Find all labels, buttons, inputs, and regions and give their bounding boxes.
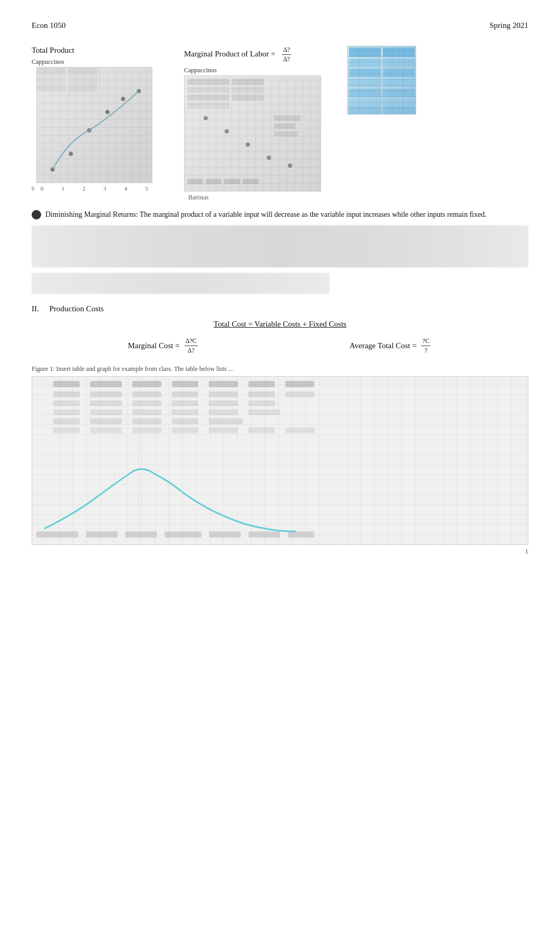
svg-rect-8 (37, 76, 66, 83)
svg-rect-52 (288, 531, 314, 538)
blurred-content-row-2 (32, 273, 330, 294)
atc-fraction: ?C ? (421, 337, 430, 355)
svg-rect-48 (125, 531, 157, 538)
formula-table-svg (348, 46, 416, 114)
marginal-cost-label: Marginal Cost = (128, 341, 180, 350)
svg-rect-28 (206, 179, 221, 184)
svg-rect-27 (187, 179, 203, 184)
svg-rect-13 (232, 79, 264, 85)
svg-rect-43 (349, 107, 381, 114)
big-chart-container: Figure 1: Insert table and graph for exa… (32, 365, 528, 545)
svg-rect-36 (383, 69, 414, 77)
svg-point-0 (51, 167, 55, 171)
svg-point-21 (246, 142, 250, 147)
svg-rect-7 (68, 68, 97, 75)
svg-rect-49 (165, 531, 201, 538)
svg-rect-29 (224, 179, 240, 184)
mc-line: Marginal Cost = Δ?C Δ? (128, 337, 199, 355)
mp-graph-wrapper: Baristas (184, 75, 321, 202)
svg-rect-31 (349, 47, 381, 57)
svg-point-3 (105, 110, 110, 114)
svg-rect-10 (37, 84, 66, 92)
svg-point-20 (225, 129, 229, 133)
atc-line: Average Total Cost = ?C ? (350, 337, 432, 355)
average-total-cost-formula: Average Total Cost = ?C ? (350, 337, 432, 355)
svg-rect-9 (68, 76, 97, 83)
mp-y-label: Cappuccinos (184, 66, 217, 74)
marginal-cost-formula: Marginal Cost = Δ?C Δ? (128, 337, 199, 355)
marginal-product-block: Marginal Product of Labor = Δ? Δ? Cappuc… (184, 46, 321, 202)
svg-rect-38 (383, 79, 414, 87)
big-chart (32, 376, 528, 545)
formulas-row: Marginal Cost = Δ?C Δ? Average Total Cos… (32, 337, 528, 355)
teal-curve-svg (32, 377, 528, 544)
total-cost-formula: Total Cost = Variable Costs + Fixed Cost… (32, 320, 528, 329)
tp-graph-wrapper: 0 1 2 3 4 5 (36, 67, 152, 192)
svg-point-2 (87, 128, 91, 132)
section-title: Production Costs (50, 304, 104, 313)
mp-fraction: Δ? Δ? (282, 46, 291, 63)
mp-inner: Baristas (184, 75, 321, 202)
course-label: Econ 1050 (32, 21, 66, 30)
tp-inner: 0 (32, 67, 152, 192)
mc-fraction: Δ?C Δ? (185, 337, 198, 355)
svg-rect-40 (383, 89, 414, 97)
svg-rect-39 (349, 89, 381, 97)
tp-graph (36, 67, 152, 183)
svg-rect-17 (232, 94, 264, 101)
svg-rect-50 (209, 531, 241, 538)
formula-box (347, 46, 416, 114)
svg-rect-12 (187, 79, 229, 85)
graphs-section: Total Product Cappuccinos 0 (32, 46, 528, 202)
svg-rect-18 (187, 102, 229, 109)
svg-rect-24 (274, 116, 301, 121)
big-chart-title: Figure 1: Insert table and graph for exa… (32, 365, 528, 373)
mp-x-label: Baristas (184, 194, 321, 202)
svg-point-5 (137, 89, 141, 93)
average-total-cost-label: Average Total Cost = (350, 341, 417, 350)
svg-rect-32 (383, 47, 414, 57)
diminishing-returns-text: Diminishing Marginal Returns: The margin… (45, 209, 487, 220)
svg-rect-37 (349, 79, 381, 87)
svg-point-22 (267, 156, 271, 160)
svg-rect-41 (349, 99, 381, 107)
section-number: II. (32, 304, 39, 313)
svg-rect-35 (349, 69, 381, 77)
diminishing-returns-block: Diminishing Marginal Returns: The margin… (32, 209, 528, 220)
production-costs-header: II. Production Costs (32, 304, 528, 313)
svg-rect-44 (383, 107, 414, 114)
total-product-title: Total Product (32, 46, 74, 55)
svg-rect-33 (349, 59, 381, 67)
svg-rect-15 (232, 87, 264, 93)
svg-rect-16 (187, 94, 229, 101)
mp-graph-svg (185, 76, 321, 192)
svg-rect-42 (383, 99, 414, 107)
svg-point-4 (121, 97, 125, 101)
blurred-content-row-1 (32, 225, 528, 267)
mp-graph (184, 75, 321, 192)
svg-rect-14 (187, 87, 229, 93)
svg-point-19 (204, 116, 208, 120)
svg-rect-46 (36, 531, 79, 538)
page-number: 1 (525, 547, 529, 556)
total-product-block: Total Product Cappuccinos 0 (32, 46, 152, 192)
svg-point-23 (288, 164, 292, 168)
svg-rect-11 (68, 84, 97, 92)
tp-y-axis: 0 (32, 81, 36, 192)
tp-y-label: Cappuccinos (32, 58, 64, 66)
svg-rect-25 (274, 123, 295, 129)
svg-rect-6 (37, 68, 66, 75)
svg-rect-26 (274, 131, 298, 137)
formula-table-image (347, 46, 416, 114)
svg-rect-51 (248, 531, 280, 538)
bullet-icon (32, 210, 41, 219)
header: Econ 1050 Spring 2021 (32, 21, 528, 30)
tp-x-ticks: 0 1 2 3 4 5 (36, 185, 152, 192)
svg-point-1 (69, 152, 73, 156)
marginal-product-title: Marginal Product of Labor = Δ? Δ? (184, 46, 293, 63)
page: Econ 1050 Spring 2021 Total Product Capp… (0, 0, 560, 566)
svg-rect-30 (243, 179, 258, 184)
semester-label: Spring 2021 (489, 21, 528, 30)
svg-rect-47 (86, 531, 118, 538)
svg-rect-34 (383, 59, 414, 67)
